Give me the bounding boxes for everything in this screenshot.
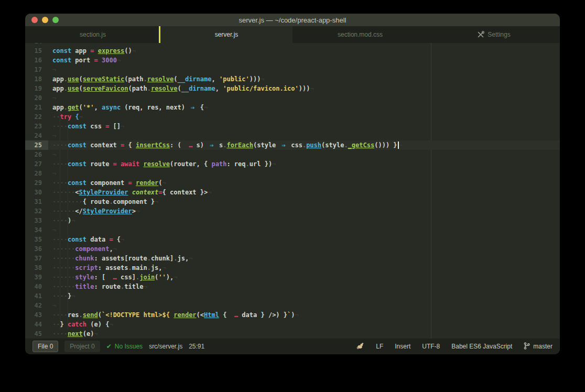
eol-invisible: ¬ [174,274,177,281]
line-number[interactable]: 26 [25,150,48,159]
line-number[interactable]: 40 [25,282,48,291]
status-bar-right: LF Insert UTF-8 Babel ES6 JavaScript mas… [356,342,552,351]
eol-invisible: ¬ [71,292,75,300]
eol-invisible: ¬ [136,208,139,215]
code-line[interactable]: 35····const data = {¬ [25,235,560,244]
code-line[interactable]: 33····)¬ [25,216,560,225]
code-line[interactable]: 20¬ [25,93,560,103]
title-bar[interactable]: server.js — ~/code/preact-app-shell [25,14,560,26]
code-line[interactable]: 30······<StyleProvider context={ context… [25,188,560,197]
eol-invisible: ¬ [272,160,276,168]
eol-invisible: ¬ [68,43,71,45]
code-line[interactable]: 36······component,¬ [25,244,560,254]
code-line[interactable]: 24¬ [25,131,560,140]
eol-invisible: ¬ [121,236,124,243]
linter-status[interactable]: ✔ No Issues [106,343,143,350]
eol-invisible: ¬ [117,57,121,64]
code-line[interactable]: 42¬ [25,301,560,310]
line-number[interactable]: 20 [25,93,48,103]
tab-section-js[interactable]: section.js [25,26,159,43]
line-number[interactable]: 16 [25,56,48,65]
line-number[interactable]: 19 [25,84,48,93]
tab-settings[interactable]: Settings [426,26,560,43]
line-number[interactable]: 37 [25,254,48,263]
line-number[interactable]: 15 [25,46,48,56]
line-number[interactable]: 23 [25,122,48,131]
code-line-content: ····const route = await resolve(router, … [48,159,560,169]
project-issues-button[interactable]: Project 0 [64,341,100,352]
code-line-content: ········{ route.component }¬ [48,197,560,206]
code-line[interactable]: 27····const route = await resolve(router… [25,159,560,169]
line-number[interactable]: 28 [25,169,48,178]
file-path[interactable]: src/server.js [149,343,182,350]
code-line[interactable]: 44··} catch (e) {¬ [25,320,560,329]
line-number[interactable]: 38 [25,263,48,273]
eol-invisible: ¬ [132,47,136,55]
app-window: server.js — ~/code/preact-app-shell sect… [25,14,560,354]
line-number[interactable]: 18 [25,74,48,84]
line-number[interactable]: 42 [25,301,48,310]
code-line[interactable]: 37······chunk: assets[route.chunk].js,¬ [25,254,560,263]
line-number[interactable]: 22 [25,112,48,122]
editor-lines: 14 ¬15const app = express()¬16const port… [25,43,560,339]
line-number[interactable]: 29 [25,178,48,188]
line-number[interactable]: 21 [25,103,48,112]
eol-invisible: ¬ [204,104,208,111]
code-line[interactable]: 31········{ route.component }¬ [25,197,560,206]
line-number[interactable]: 34 [25,225,48,235]
line-number[interactable]: 44 [25,320,48,329]
mouse-icon[interactable] [356,342,364,351]
eol-invisible: ¬ [109,321,113,328]
line-number[interactable]: 43 [25,310,48,320]
line-number[interactable]: 39 [25,273,48,282]
code-line[interactable]: 40······title: route.title¬ [25,282,560,291]
code-line[interactable]: 16const port = 3000¬ [25,56,560,65]
line-number[interactable]: 36 [25,244,48,254]
code-line[interactable]: 21app.get('*', async (req, res, next) ⇒ … [25,103,560,112]
code-editor[interactable]: 14 ¬15const app = express()¬16const port… [25,43,560,339]
tab-label: section.mod.css [338,31,383,38]
code-line[interactable]: 34¬ [25,225,560,235]
code-line-content: ······title: route.title¬ [48,282,560,291]
line-number[interactable]: 35 [25,235,48,244]
mode-indicator[interactable]: Insert [395,343,410,350]
code-line[interactable]: 43····res.send(`<!DOCTYPE html>${ render… [25,310,560,320]
code-line[interactable]: 25····const context = { insertCss: ( …s)… [25,140,560,150]
line-number[interactable]: 17 [25,65,48,74]
line-number[interactable]: 25 [25,140,48,150]
tab-server-js[interactable]: server.js [159,26,292,43]
grammar-indicator[interactable]: Babel ES6 JavaScript [451,343,512,350]
code-line[interactable]: 26¬ [25,150,560,159]
line-ending-indicator[interactable]: LF [376,343,383,350]
line-number[interactable]: 27 [25,159,48,169]
file-issues-button[interactable]: File 0 [32,341,58,352]
line-number[interactable]: 32 [25,206,48,216]
code-line[interactable]: 29····const component = render(¬ [25,178,560,188]
code-line[interactable]: 19app.use(serveFavicon(path.resolve(__di… [25,84,560,93]
eol-invisible: ¬ [94,330,98,337]
tab-section-mod-css[interactable]: section.mod.css [292,26,426,43]
code-line[interactable]: 41····}¬ [25,291,560,301]
code-line[interactable]: 39······style: [ …css].join(''),¬ [25,273,560,282]
eol-invisible: ¬ [71,217,75,224]
code-line[interactable]: 38······script: assets.main.js,¬ [25,263,560,273]
code-line[interactable]: 23····const css = []¬ [25,122,560,131]
code-line[interactable]: 45····next(e)¬ [25,329,560,339]
code-line[interactable]: 28¬ [25,169,560,178]
code-line[interactable]: 17¬ [25,65,560,74]
code-line[interactable]: 22··try {¬ [25,112,560,122]
line-number[interactable]: 45 [25,329,48,339]
cursor-position[interactable]: 25:91 [189,343,204,350]
code-line[interactable]: 15const app = express()¬ [25,46,560,56]
code-line-content: ····next(e)¬ [48,329,560,339]
line-number[interactable]: 24 [25,131,48,140]
line-number[interactable]: 31 [25,197,48,206]
code-line-content: ······style: [ …css].join(''),¬ [48,273,560,282]
line-number[interactable]: 33 [25,216,48,225]
code-line[interactable]: 18app.use(serveStatic(path.resolve(__dir… [25,74,560,84]
line-number[interactable]: 41 [25,291,48,301]
encoding-indicator[interactable]: UTF-8 [422,343,440,350]
line-number[interactable]: 30 [25,188,48,197]
git-branch-status[interactable]: master [524,342,552,351]
code-line[interactable]: 32······</StyleProvider>¬ [25,206,560,216]
